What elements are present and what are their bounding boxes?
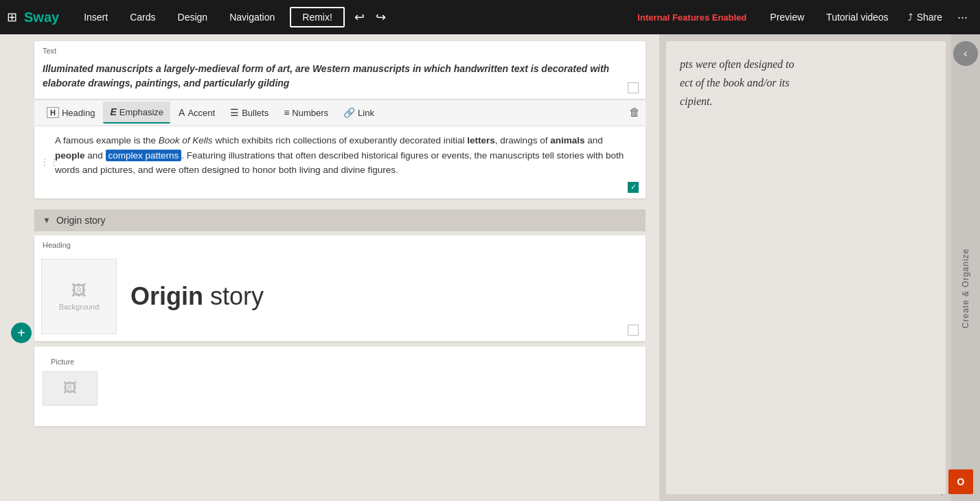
text-card-2: ⋮⋮ A famous example is the Book of Kells… xyxy=(34,126,646,198)
heading-icon: H xyxy=(47,107,59,118)
text2-people: people xyxy=(55,150,85,161)
text2-letters: letters xyxy=(467,135,495,145)
emphasize-icon: E xyxy=(110,106,116,117)
grid-icon[interactable]: ⊞ xyxy=(7,10,17,25)
text-card-content[interactable]: Illuminated manuscripts a largely-mediev… xyxy=(34,58,646,99)
bg-label: Background xyxy=(59,303,100,311)
heading-text: Origin story xyxy=(130,282,264,311)
right-panel: ▲ ▼ pts were often designed toect of the… xyxy=(659,34,980,501)
redo-button[interactable]: ↪ xyxy=(370,10,391,25)
editor-panel: + Text Illuminated manuscripts a largely… xyxy=(0,34,659,501)
main-layout: + Text Illuminated manuscripts a largely… xyxy=(0,34,980,501)
picture-card: Picture 🖼 xyxy=(34,347,646,426)
accent-button[interactable]: A Accent xyxy=(172,102,222,124)
bullets-icon: ☰ xyxy=(230,107,239,118)
sidebar-label: Create & Organize xyxy=(961,248,970,328)
share-button[interactable]: ⤴ Share xyxy=(901,12,949,23)
picture-placeholder: 🖼 xyxy=(43,371,98,406)
format-toolbar: H Heading E Emphasize A Accent ☰ Bullets… xyxy=(34,99,646,126)
internal-features-label: Internal Features Enabled xyxy=(637,12,747,23)
heading-button[interactable]: H Heading xyxy=(40,102,102,124)
numbers-icon: ≡ xyxy=(284,107,289,118)
preview-button[interactable]: Preview xyxy=(760,12,814,23)
office-icon: O xyxy=(948,469,973,494)
section-header[interactable]: ▼ Origin story xyxy=(34,209,646,231)
numbers-button[interactable]: ≡ Numbers xyxy=(277,102,335,124)
nav-design[interactable]: Design xyxy=(167,0,219,34)
drag-handle[interactable]: ⋮⋮ xyxy=(40,156,59,167)
text2-mid: which exhibits rich collections of exube… xyxy=(213,135,468,145)
link-icon: 🔗 xyxy=(343,107,355,118)
text2-checkbox[interactable]: ✓ xyxy=(628,182,639,193)
text-card-checkbox[interactable] xyxy=(628,82,639,93)
more-button[interactable]: ··· xyxy=(952,10,973,25)
text-card-body[interactable]: Illuminated manuscripts a largely-mediev… xyxy=(43,62,637,91)
heading-text-area[interactable]: Origin story xyxy=(124,252,271,341)
heading-card-inner: 🖼 Background Origin story xyxy=(34,252,646,341)
topbar-right: Preview Tutorial videos ⤴ Share ··· xyxy=(760,10,973,25)
book-kells: Book of Kells xyxy=(159,135,213,145)
text2-animals: animals xyxy=(550,135,584,145)
share-icon: ⤴ xyxy=(908,12,913,23)
text2-body2: , drawings of xyxy=(495,135,550,145)
nav-cards[interactable]: Cards xyxy=(119,0,166,34)
nav-insert[interactable]: Insert xyxy=(73,0,119,34)
right-sidebar: ‹ Create & Organize xyxy=(951,34,980,501)
topbar: ⊞ Sway Insert Cards Design Navigation Re… xyxy=(0,0,980,34)
emphasize-button[interactable]: E Emphasize xyxy=(103,102,170,124)
sidebar-toggle-button[interactable]: ‹ xyxy=(953,41,978,66)
nav-navigation[interactable]: Navigation xyxy=(218,0,286,34)
link-button[interactable]: 🔗 Link xyxy=(337,102,381,124)
app-logo[interactable]: Sway xyxy=(24,10,59,25)
collapse-icon[interactable]: ▼ xyxy=(43,215,51,225)
preview-text: pts were often designed toect of the boo… xyxy=(680,55,932,111)
text2-body3: and xyxy=(584,135,602,145)
delete-button[interactable]: 🗑 xyxy=(629,106,640,119)
check-icon: ✓ xyxy=(630,183,637,191)
heading-bg-box[interactable]: 🖼 Background xyxy=(41,259,117,334)
heading-card: Heading 🖼 Background Origin story xyxy=(34,235,646,341)
heading-card-checkbox[interactable] xyxy=(628,325,639,336)
picture-icon: 🖼 xyxy=(63,380,77,396)
image-icon: 🖼 xyxy=(71,282,87,300)
picture-card-label: Picture xyxy=(43,352,637,369)
preview-content: pts were often designed toect of the boo… xyxy=(666,41,946,494)
add-button[interactable]: + xyxy=(11,323,32,343)
undo-button[interactable]: ↩ xyxy=(349,10,370,25)
text2-complex: complex patterns xyxy=(106,150,182,161)
section-title: Origin story xyxy=(56,215,106,226)
text-card-label: Text xyxy=(34,41,646,58)
remix-button[interactable]: Remix! xyxy=(290,7,345,27)
text-card-1: Text Illuminated manuscripts a largely-m… xyxy=(34,41,646,99)
text2-content[interactable]: A famous example is the Book of Kells wh… xyxy=(34,126,646,198)
chevron-left-icon: ‹ xyxy=(964,47,967,60)
text2-body4: and xyxy=(85,150,106,161)
text2-before: A famous example is the xyxy=(55,135,159,145)
preview-panel: pts were often designed toect of the boo… xyxy=(659,34,980,501)
tutorial-button[interactable]: Tutorial videos xyxy=(817,12,898,23)
top-nav: Insert Cards Design Navigation Remix! ↩ … xyxy=(73,0,391,34)
bullets-button[interactable]: ☰ Bullets xyxy=(223,102,275,124)
accent-icon: A xyxy=(179,107,185,118)
heading-card-label: Heading xyxy=(34,235,646,252)
